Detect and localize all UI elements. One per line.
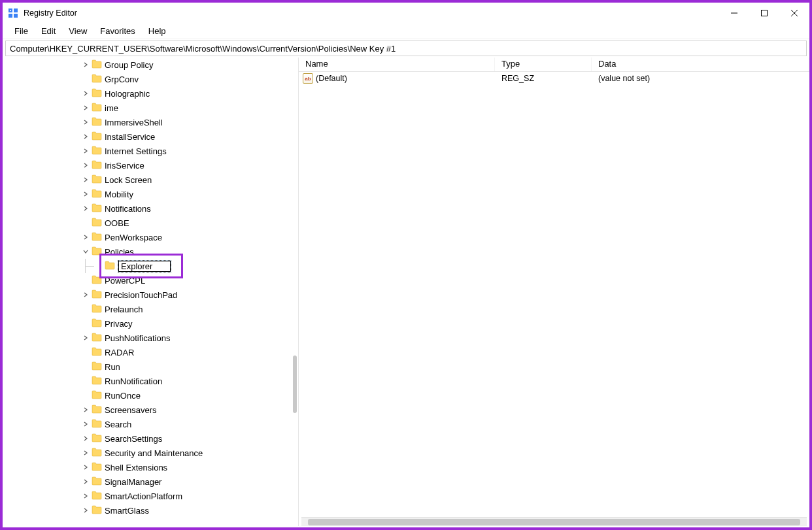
tree-node[interactable]: ime [81,101,298,115]
chevron-right-icon[interactable] [81,233,90,242]
chevron-right-icon[interactable] [81,405,90,414]
chevron-right-icon[interactable] [81,146,90,156]
tree-node[interactable]: PrecisionTouchPad [81,288,298,302]
folder-icon [92,333,105,344]
blank [81,319,90,328]
rename-input[interactable] [118,261,171,272]
tree-node[interactable]: PushNotifications [81,331,298,345]
tree-node[interactable]: Run [81,359,298,374]
menu-help[interactable]: Help [142,24,173,38]
tree-node-label: Privacy [105,319,133,329]
values-h-scrollbar[interactable] [301,517,807,526]
tree-node[interactable]: Notifications [81,201,298,216]
tree-node[interactable]: Mobility [81,187,298,201]
tree-node[interactable]: ImmersiveShell [81,115,298,129]
chevron-right-icon[interactable] [81,103,90,112]
address-bar[interactable]: Computer\HKEY_CURRENT_USER\Software\Micr… [5,41,807,56]
tree-node-editing[interactable] [81,259,298,273]
values-pane: Name Type Data ab(Default)REG_SZ(value n… [299,58,809,526]
menu-view[interactable]: View [62,24,93,38]
chevron-right-icon[interactable] [81,290,90,299]
folder-icon [92,433,105,444]
folder-icon [92,476,105,488]
svg-rect-6 [762,10,768,16]
chevron-right-icon[interactable] [81,132,90,141]
tree-node-label: Group Policy [105,60,153,70]
chevron-right-icon[interactable] [81,448,90,457]
menu-edit[interactable]: Edit [35,24,62,38]
chevron-right-icon[interactable] [81,463,90,472]
tree-node-label: Notifications [105,204,151,214]
tree-node[interactable]: SignalManager [81,474,298,489]
menu-bar: File Edit View Favorites Help [3,24,809,39]
tree-node[interactable]: Holographic [81,86,298,101]
column-data[interactable]: Data [592,58,809,71]
tree-node-label: SignalManager [105,477,161,487]
blank [81,348,90,357]
value-row[interactable]: ab(Default)REG_SZ(value not set) [299,72,809,85]
chevron-right-icon[interactable] [81,161,90,170]
tree-node[interactable]: PenWorkspace [81,230,298,244]
tree-node[interactable]: Search [81,417,298,431]
menu-favorites[interactable]: Favorites [93,24,141,38]
chevron-down-icon[interactable] [81,247,90,256]
tree-node-label: GrpConv [105,75,139,84]
tree-node[interactable]: Shell Extensions [81,460,298,474]
tree-node[interactable]: PowerCPL [81,273,298,288]
tree-node-label: Shell Extensions [105,463,167,472]
tree-node[interactable]: RADAR [81,345,298,359]
folder-icon [92,218,105,229]
main-area: Group PolicyGrpConvHolographicimeImmersi… [3,58,809,526]
tree-node[interactable]: SearchSettings [81,431,298,446]
chevron-right-icon[interactable] [81,491,90,501]
tree-node[interactable]: IrisService [81,158,298,173]
tree-node[interactable]: SmartGlass [81,503,298,518]
menu-file[interactable]: File [8,24,35,38]
close-button[interactable] [779,3,809,24]
chevron-right-icon[interactable] [81,477,90,486]
chevron-right-icon[interactable] [81,190,90,199]
chevron-right-icon[interactable] [81,89,90,98]
chevron-right-icon[interactable] [81,60,90,69]
tree-node-label: SmartActionPlatform [105,491,182,501]
tree-node[interactable]: Policies [81,244,298,259]
chevron-right-icon[interactable] [81,118,90,127]
tree-node[interactable]: OOBE [81,216,298,230]
tree-node-label: ime [105,103,118,113]
minimize-button[interactable] [719,3,749,24]
column-name[interactable]: Name [299,58,495,71]
tree-node-label: Mobility [105,190,133,199]
tree-node[interactable]: RunNotification [81,374,298,388]
column-type[interactable]: Type [495,58,592,71]
chevron-right-icon[interactable] [81,204,90,213]
tree-scrollbar[interactable] [293,356,297,413]
tree-node[interactable]: InstallService [81,129,298,144]
tree-node[interactable]: Lock Screen [81,173,298,187]
maximize-button[interactable] [749,3,779,24]
tree-node[interactable]: Internet Settings [81,144,298,158]
tree-node[interactable]: Security and Maintenance [81,446,298,460]
tree-pane[interactable]: Group PolicyGrpConvHolographicimeImmersi… [3,58,299,526]
chevron-right-icon[interactable] [81,420,90,429]
tree-node[interactable]: RunOnce [81,388,298,403]
tree-node[interactable]: Group Policy [81,58,298,72]
chevron-right-icon[interactable] [81,175,90,184]
tree-node[interactable]: SmartActionPlatform [81,489,298,503]
tree-node-label: Screensavers [105,405,156,415]
folder-icon [92,246,105,257]
blank [94,261,103,271]
tree-node[interactable]: Privacy [81,316,298,331]
svg-point-4 [10,10,11,11]
tree-node-label: Policies [105,247,134,257]
chevron-right-icon[interactable] [81,333,90,342]
tree-node[interactable]: GrpConv [81,72,298,86]
folder-icon [92,462,105,473]
tree-node[interactable]: Screensavers [81,403,298,417]
chevron-right-icon[interactable] [81,506,90,515]
tree-node[interactable]: Prelaunch [81,302,298,316]
folder-icon [92,505,105,516]
folder-icon [92,203,105,214]
blank [81,276,90,285]
tree-node-label: RADAR [105,348,135,357]
chevron-right-icon[interactable] [81,434,90,443]
